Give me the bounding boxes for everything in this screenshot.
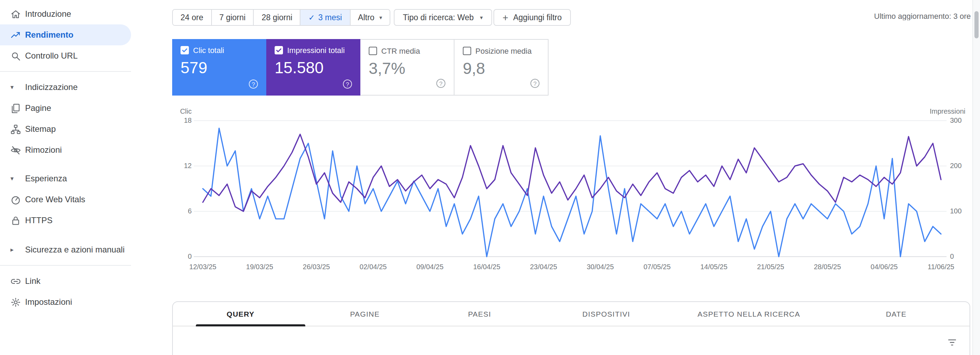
performance-icon: [9, 29, 22, 41]
chevron-down-icon: ▾: [379, 14, 382, 21]
x-axis-tick: 30/04/25: [576, 263, 625, 271]
sidebar-section-esperienza[interactable]: ▾ Esperienza: [0, 168, 131, 189]
y-axis-tick-left: 0: [165, 253, 192, 260]
x-axis-tick: 16/04/25: [463, 263, 511, 271]
home-icon: [9, 8, 22, 20]
chip-label: Altro: [358, 13, 374, 22]
tab-query[interactable]: QUERY: [173, 302, 309, 326]
sidebar-item-label: Pagine: [25, 103, 51, 113]
metric-card-label: Clic totali: [193, 46, 224, 54]
chip-label: 3 mesi: [318, 13, 342, 22]
date-filter-more[interactable]: Altro ▾: [350, 10, 390, 25]
y-axis-tick-left: 18: [165, 116, 192, 124]
sidebar-section-indicizzazione[interactable]: ▾ Indicizzazione: [0, 77, 131, 98]
x-axis-tick: 21/05/25: [746, 263, 795, 271]
tab-date[interactable]: DATE: [823, 302, 970, 326]
x-axis-tick: 26/03/25: [292, 263, 341, 271]
checkbox-unchecked-icon[interactable]: [463, 47, 471, 55]
last-update-text: Ultimo aggiornamento: 3 ore fa: [874, 12, 972, 20]
plus-icon: +: [503, 13, 508, 22]
date-filter-3-months[interactable]: ✓ 3 mesi: [301, 10, 350, 25]
sidebar-item-rimozioni[interactable]: Rimozioni: [0, 140, 131, 161]
pages-icon: [9, 102, 22, 115]
check-icon: ✓: [309, 13, 315, 22]
sidebar-section-sicurezza-azioni-manuali[interactable]: ▸ Sicurezza e azioni manuali: [0, 239, 131, 260]
add-filter-button[interactable]: + Aggiungi filtro: [493, 9, 571, 26]
tab-dispositivi[interactable]: DISPOSITIVI: [538, 302, 675, 326]
metric-cards: Clic totali 579 ? Impressioni totali 15.…: [172, 39, 549, 96]
search-icon: [9, 49, 22, 62]
metric-card-value: 579: [181, 59, 258, 77]
checkbox-checked-icon[interactable]: [275, 46, 283, 54]
chevron-down-icon: ▾: [9, 84, 22, 91]
date-filter-28d[interactable]: 28 giorni: [254, 10, 301, 25]
sidebar-section-label: Esperienza: [25, 174, 67, 183]
gear-icon: [9, 296, 22, 308]
chart-series-impressioni: [203, 134, 941, 211]
divider: [0, 71, 131, 72]
tab-pagine[interactable]: PAGINE: [309, 302, 422, 326]
help-icon[interactable]: ?: [249, 80, 258, 89]
y-axis-tick-left: 6: [165, 207, 192, 215]
x-axis-tick: 19/03/25: [235, 263, 284, 271]
x-axis-tick: 09/04/25: [406, 263, 455, 271]
date-filter-24h[interactable]: 24 ore: [173, 10, 212, 25]
sidebar-item-impostazioni[interactable]: Impostazioni: [0, 291, 131, 312]
add-filter-label: Aggiungi filtro: [513, 13, 562, 22]
date-filter-7d[interactable]: 7 giorni: [212, 10, 254, 25]
search-console-performance-page: Introduzione Rendimento Controllo URL ▾ …: [0, 0, 980, 355]
help-icon[interactable]: ?: [343, 80, 352, 89]
sidebar-item-https[interactable]: HTTPS: [0, 210, 131, 231]
chip-label: 28 giorni: [262, 13, 293, 22]
metric-card-value: 9,8: [463, 59, 539, 78]
sidebar-item-introduzione[interactable]: Introduzione: [0, 3, 131, 24]
sidebar-item-label: Sitemap: [25, 124, 56, 134]
sidebar: Introduzione Rendimento Controllo URL ▾ …: [0, 0, 131, 355]
search-type-filter-button[interactable]: Tipo di ricerca: Web ▾: [394, 9, 492, 26]
checkbox-unchecked-icon[interactable]: [369, 47, 377, 55]
sidebar-item-pagine[interactable]: Pagine: [0, 98, 131, 119]
chevron-down-icon: ▾: [480, 14, 483, 21]
chip-label: 7 giorni: [219, 13, 245, 22]
sidebar-item-controllo-url[interactable]: Controllo URL: [0, 45, 131, 66]
metric-card-position[interactable]: Posizione media 9,8 ?: [455, 39, 549, 96]
sidebar-item-label: Introduzione: [25, 9, 71, 19]
help-icon[interactable]: ?: [436, 79, 445, 88]
help-icon[interactable]: ?: [530, 79, 539, 88]
y-axis-title-left: Clic: [151, 107, 192, 115]
dimension-tabs: QUERY PAGINE PAESI DISPOSITIVI ASPETTO N…: [173, 302, 970, 326]
metric-card-impressions[interactable]: Impressioni totali 15.580 ?: [266, 39, 360, 96]
eye-off-icon: [9, 144, 22, 156]
sidebar-item-sitemap[interactable]: Sitemap: [0, 119, 131, 140]
sidebar-item-label: HTTPS: [25, 215, 52, 225]
metric-card-label: Posizione media: [476, 47, 531, 55]
x-axis-tick: 14/05/25: [689, 263, 738, 271]
filter-rows-icon[interactable]: [946, 337, 958, 348]
tab-paesi[interactable]: PAESI: [422, 302, 538, 326]
dimensions-table-card: QUERY PAGINE PAESI DISPOSITIVI ASPETTO N…: [172, 301, 970, 355]
checkbox-checked-icon[interactable]: [181, 46, 189, 54]
sidebar-item-rendimento[interactable]: Rendimento: [0, 24, 131, 45]
vertical-scrollbar[interactable]: [972, 0, 980, 355]
metric-card-clicks[interactable]: Clic totali 579 ?: [172, 39, 266, 96]
lock-icon: [9, 214, 22, 227]
scrollbar-thumb[interactable]: [974, 11, 978, 38]
sidebar-section-label: Indicizzazione: [25, 82, 78, 92]
sidebar-section-label: Sicurezza e azioni manuali: [25, 245, 125, 255]
metric-card-value: 3,7%: [369, 59, 445, 78]
chevron-down-icon: ▾: [9, 175, 22, 182]
sidebar-item-label: Core Web Vitals: [25, 194, 85, 204]
metric-card-value: 15.580: [275, 59, 352, 77]
x-axis-tick: 23/04/25: [519, 263, 568, 271]
chart-series-clic: [203, 128, 941, 257]
x-axis-tick: 04/06/25: [860, 263, 908, 271]
sidebar-item-label: Impostazioni: [25, 297, 72, 307]
metric-card-label: Impressioni totali: [287, 46, 345, 54]
x-axis-tick: 28/05/25: [803, 263, 852, 271]
x-axis-tick: 12/03/25: [178, 263, 227, 271]
tab-aspetto-nella-ricerca[interactable]: ASPETTO NELLA RICERCA: [675, 302, 823, 326]
chevron-right-icon: ▸: [9, 246, 22, 253]
sidebar-item-link[interactable]: Link: [0, 271, 131, 291]
metric-card-ctr[interactable]: CTR media 3,7% ?: [360, 39, 455, 96]
sidebar-item-core-web-vitals[interactable]: Core Web Vitals: [0, 189, 131, 210]
